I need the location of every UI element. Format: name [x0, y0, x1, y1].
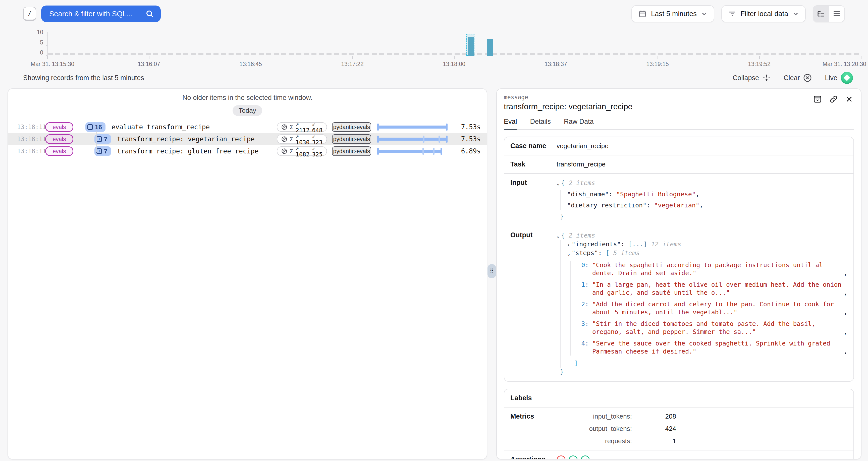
- detail-title: transform_recipe: vegetarian_recipe: [504, 102, 854, 111]
- collapse-button[interactable]: Collapse: [733, 74, 771, 82]
- assertions-row: Assertions ✕✓✓: [504, 450, 854, 460]
- clear-label: Clear: [784, 74, 800, 82]
- json-key: "steps":: [571, 249, 602, 256]
- json-step-entry: 1:"In a large pan, heat the olive oil ov…: [578, 281, 847, 297]
- list-view-icon: [833, 10, 841, 18]
- labels-label: Labels: [510, 394, 557, 402]
- copy-link-button[interactable]: [829, 95, 838, 103]
- service-tag: pydantic-evals: [332, 134, 371, 144]
- chevron-open-icon[interactable]: ⌄: [557, 180, 560, 186]
- trace-rows: 13:18:11 evals − 16 evaluate transform_r…: [8, 121, 487, 157]
- x-tick-label: 13:18:37: [545, 61, 567, 67]
- collapsed-array[interactable]: [...]: [628, 241, 647, 248]
- main-content: No older items in the selected time wind…: [7, 88, 862, 460]
- tab-details[interactable]: Details: [530, 118, 551, 130]
- assertion-pass-icon[interactable]: ✓: [581, 456, 590, 460]
- chevron-open-icon[interactable]: ⌄: [567, 250, 570, 256]
- clear-button[interactable]: Clear: [784, 73, 812, 82]
- timeline-plot[interactable]: [47, 32, 861, 56]
- close-brace: }: [560, 368, 564, 375]
- case-name-value: vegetarian_recipe: [557, 142, 847, 150]
- sent-arrow-icon: ↗: [296, 133, 309, 139]
- trace-list-panel: No older items in the selected time wind…: [7, 88, 487, 460]
- task-label: Task: [510, 160, 557, 168]
- chevron-closed-icon[interactable]: ›: [567, 242, 570, 248]
- sent-arrow-icon: ↗: [296, 121, 309, 127]
- record-kind: message: [504, 94, 854, 100]
- link-icon: [829, 95, 838, 103]
- comma: ,: [700, 202, 703, 209]
- output-label: Output: [510, 231, 557, 239]
- span-duration: 7.53s: [452, 135, 481, 143]
- close-panel-button[interactable]: [845, 95, 853, 103]
- assertion-fail-icon[interactable]: ✕: [557, 456, 566, 460]
- no-older-items-notice: No older items in the selected time wind…: [8, 94, 487, 102]
- close-bracket: ]: [574, 360, 578, 367]
- calendar-icon: [639, 10, 647, 18]
- tab-eval[interactable]: Eval: [504, 118, 517, 130]
- json-step-entry: 4:"Serve the sauce over the cooked spagh…: [578, 339, 847, 356]
- output-json-tree[interactable]: ⌄{ 2 items ›"ingredients": [...] 12 item…: [557, 231, 847, 376]
- timeline-bar[interactable]: [468, 37, 474, 56]
- close-icon: [845, 95, 853, 103]
- tree-view-icon: [817, 10, 825, 18]
- date-pill: Today: [232, 105, 262, 116]
- search-button[interactable]: Search & filter with SQL...: [41, 5, 161, 22]
- time-range-dropdown[interactable]: Last 5 minutes: [631, 5, 714, 22]
- case-name-label: Case name: [510, 142, 557, 150]
- eval-fields-table: Case name vegetarian_recipe Task transfo…: [504, 136, 854, 382]
- metric-name: requests:: [557, 437, 632, 445]
- live-label: Live: [825, 74, 837, 82]
- json-step-entry: 2:"Add the diced carrot and celery to th…: [578, 300, 847, 316]
- live-toggle-button[interactable]: Live: [825, 72, 853, 84]
- trace-row-vegetarian-recipe[interactable]: 13:18:11 evals + 7 transform_recipe: veg…: [8, 133, 487, 145]
- tokens-icon: [281, 136, 287, 142]
- x-tick-label: 13:16:45: [239, 61, 262, 67]
- collapse-children-badge[interactable]: − 16: [85, 122, 105, 132]
- json-step-entry: 3:"Stir in the diced tomatoes and tomato…: [578, 320, 847, 336]
- trace-row-evaluate-transform-recipe[interactable]: 13:18:11 evals − 16 evaluate transform_r…: [8, 121, 487, 133]
- received-arrow-icon: ↙: [312, 145, 322, 151]
- x-tick-label: 13:19:15: [646, 61, 669, 67]
- dock-panel-button[interactable]: [813, 95, 822, 103]
- chevron-open-icon[interactable]: ⌄: [557, 233, 560, 239]
- trace-row-gluten-free-recipe[interactable]: 13:18:11 evals + 7 transform_recipe: glu…: [8, 145, 487, 157]
- assertion-pass-icon[interactable]: ✓: [569, 456, 578, 460]
- clear-icon: [803, 73, 812, 82]
- y-tick-label: 5: [0, 39, 43, 45]
- sigma-icon: Σ: [290, 124, 293, 130]
- timeline-bar[interactable]: [487, 39, 493, 56]
- metric-value: 1: [632, 437, 676, 445]
- sent-arrow-icon: ↗: [296, 145, 309, 151]
- child-count: 7: [104, 148, 107, 155]
- metrics-label: Metrics: [510, 412, 557, 420]
- tokens-icon: [281, 148, 287, 154]
- scope-badge: evals: [45, 134, 73, 144]
- span-duration-bar: [377, 147, 447, 155]
- metrics-row: Metrics input_tokens:208output_tokens:42…: [504, 407, 854, 450]
- received-arrow-icon: ↙: [312, 133, 322, 139]
- items-count-note: 12 items: [651, 241, 681, 248]
- panel-splitter[interactable]: ⠿: [487, 88, 496, 460]
- tree-view-button[interactable]: [813, 6, 829, 22]
- span-duration-bar: [377, 135, 447, 143]
- items-count-note: 5 items: [613, 249, 640, 256]
- comma: ,: [696, 191, 700, 198]
- input-json-tree[interactable]: ⌄{ 2 items "dish_name": "Spaghetti Bolog…: [557, 179, 847, 221]
- y-tick-label: 10: [0, 29, 43, 35]
- records-timeline-chart[interactable]: 1050 Mar 31. 13:15:3013:16:0713:16:4513:…: [0, 29, 868, 69]
- tab-raw-data[interactable]: Raw Data: [564, 118, 594, 130]
- row-timestamp: 13:18:11: [17, 135, 41, 143]
- span-name: transform_recipe: gluten_free_recipe: [117, 147, 259, 155]
- minus-box-icon: −: [87, 124, 93, 130]
- open-brace: {: [561, 232, 565, 239]
- dock-panel-icon: [813, 95, 822, 103]
- flat-list-view-button[interactable]: [829, 6, 844, 22]
- close-brace: }: [560, 213, 564, 220]
- output-row: Output ⌄{ 2 items ›"ingredients": [...] …: [504, 226, 854, 381]
- x-tick-label: 13:19:52: [748, 61, 771, 67]
- sigma-icon: Σ: [290, 148, 293, 154]
- search-button-label: Search & filter with SQL...: [49, 10, 133, 18]
- filter-local-data-dropdown[interactable]: Filter local data: [721, 5, 806, 22]
- drag-handle-icon[interactable]: ⠿: [488, 264, 496, 278]
